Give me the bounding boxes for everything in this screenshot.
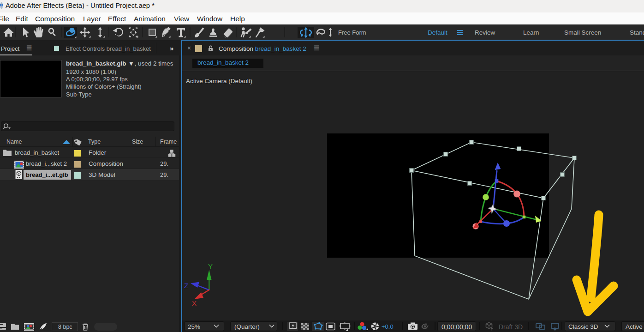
svg-text:Z: Z	[184, 282, 188, 290]
svg-text:Y: Y	[208, 262, 213, 270]
svg-text:X: X	[192, 299, 197, 307]
